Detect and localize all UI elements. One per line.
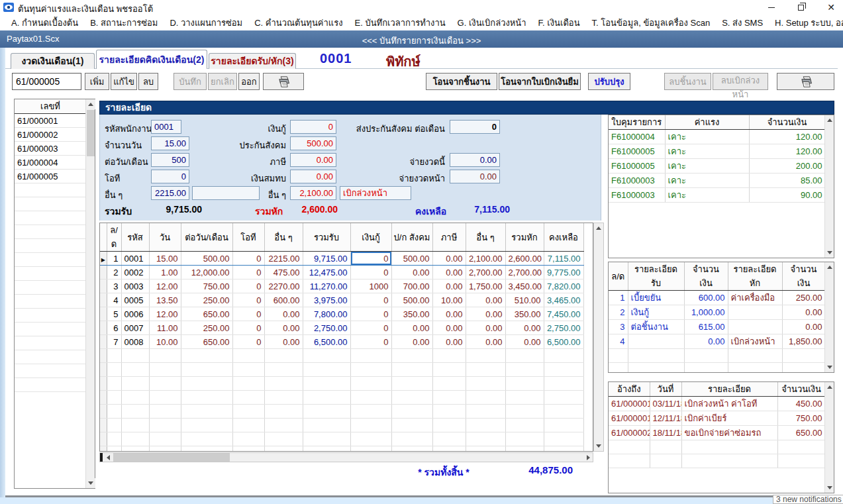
social-field[interactable]: 500.00 <box>290 136 336 150</box>
doc-number-input[interactable] <box>12 73 81 90</box>
menu-item[interactable]: F. เงินเดือน <box>532 16 586 30</box>
scroll-up-icon[interactable] <box>594 223 603 233</box>
scroll-thumb[interactable] <box>87 110 95 156</box>
rate-field[interactable]: 500 <box>151 153 189 167</box>
list-item[interactable] <box>15 336 87 350</box>
list-item[interactable]: 61/000005 <box>15 170 87 183</box>
table-row[interactable]: 3 ต่อชิ้นงาน 615.00 0.00 <box>609 320 825 334</box>
menu-item[interactable]: D. วางแผนการซ่อม <box>164 16 248 30</box>
table-row[interactable] <box>100 446 583 452</box>
scroll-down-icon[interactable] <box>86 478 95 488</box>
list-item[interactable] <box>15 239 87 253</box>
table-row[interactable] <box>100 419 583 432</box>
pay-this-period-field[interactable]: 0.00 <box>450 153 500 167</box>
table-row[interactable]: 2 เงินกู้ 1,000.00 0.00 <box>609 305 825 320</box>
table-row[interactable] <box>100 405 583 419</box>
transfer-from-job-button[interactable]: โอนจากชิ้นงาน <box>426 73 497 90</box>
list-item[interactable] <box>15 211 87 225</box>
list-item[interactable]: 61/000003 <box>15 142 87 156</box>
print-button-2[interactable] <box>777 73 834 90</box>
tax-field[interactable]: 0.00 <box>290 153 336 167</box>
table-row[interactable]: 4 0005 13.50 250.00 0 600.00 3,975.00 0 … <box>100 293 583 307</box>
table-row[interactable]: F61000005 เคาะ 120.00 <box>609 144 825 159</box>
scroll-thumb[interactable] <box>113 453 230 462</box>
list-item[interactable] <box>15 197 87 211</box>
scroll-down-icon[interactable] <box>825 483 834 493</box>
splitter-handle[interactable] <box>100 453 103 462</box>
table-row[interactable]: 61/000001 12/11/18 เบิกค่าเบียร์ 750.00 <box>609 411 825 426</box>
other-income-field[interactable]: 2215.00 <box>151 186 189 200</box>
advance-panel-scrollbar[interactable] <box>824 382 834 493</box>
doc-list-scrollbar[interactable] <box>85 99 95 488</box>
table-row[interactable]: 7 0008 10.00 650.00 0 0.00 6,500.00 0 0.… <box>100 335 583 349</box>
scroll-down-icon[interactable] <box>594 441 603 451</box>
list-item[interactable] <box>15 350 87 364</box>
table-row[interactable] <box>100 349 583 363</box>
scroll-up-icon[interactable] <box>825 115 834 125</box>
close-button[interactable]: ✕ <box>820 0 842 15</box>
days-field[interactable]: 15.00 <box>151 136 189 150</box>
table-row[interactable]: F61000005 เคาะ 200.00 <box>609 159 825 174</box>
list-item[interactable]: 61/000004 <box>15 156 87 170</box>
table-row[interactable]: 1 เบี้ยขยัน 600.00 ค่าเครื่องมือ 250.00 <box>609 291 825 305</box>
table-row[interactable]: 3 0003 12.00 750.00 0 2270.00 11,270.00 … <box>100 279 583 293</box>
table-row[interactable] <box>100 363 583 377</box>
scroll-down-icon[interactable] <box>825 362 834 372</box>
table-row[interactable]: 5 0006 12.00 650.00 0 0.00 7,800.00 0 35… <box>100 307 583 321</box>
print-button-1[interactable] <box>263 73 304 90</box>
list-item[interactable] <box>15 253 87 267</box>
scroll-right-icon[interactable] <box>583 453 593 462</box>
scroll-left-icon[interactable] <box>103 453 113 462</box>
table-row[interactable] <box>609 349 825 363</box>
list-item[interactable] <box>15 281 87 295</box>
recded-panel-scrollbar[interactable] <box>824 262 834 372</box>
table-row[interactable] <box>100 432 583 446</box>
tab-receive-deduct[interactable]: รายละเอียดรับ/หัก(3) <box>209 53 296 69</box>
table-row[interactable]: 61/000002 18/11/18 ขอเบิกจ่ายค่าซ่อมรถ 6… <box>609 426 825 440</box>
loan-field[interactable]: 0 <box>290 120 336 134</box>
table-row[interactable]: F61000004 เคาะ 120.00 <box>609 130 825 144</box>
transfer-from-loan-button[interactable]: โอนจากใบเบิกเงินยืม <box>499 73 581 90</box>
table-row[interactable] <box>100 377 583 391</box>
table-row[interactable] <box>609 454 825 468</box>
other-deduct-note-field[interactable]: เบิกล่วงหน้า <box>340 186 411 200</box>
scroll-up-icon[interactable] <box>825 382 834 392</box>
table-row[interactable] <box>100 391 583 405</box>
other-deduct-field[interactable]: 2,100.00 <box>290 186 336 200</box>
list-item[interactable] <box>15 295 87 309</box>
list-item[interactable] <box>15 267 87 281</box>
menu-item[interactable]: C. คำนวณต้นทุนค่าแรง <box>248 16 348 30</box>
exit-button[interactable]: ออก <box>238 73 260 90</box>
save-button[interactable]: บันทึก <box>174 73 207 90</box>
tab-salary-detail[interactable]: รายละเอียดคิดเงินเดือน(2) <box>96 50 207 69</box>
delete-advance-button[interactable]: ลบเบิกล่วงหน้า <box>713 73 768 90</box>
list-item[interactable]: 61/000001 <box>15 114 87 128</box>
notification-popup[interactable]: 3 new notifications <box>773 495 843 504</box>
table-row[interactable] <box>609 363 825 374</box>
delete-job-button[interactable]: ลบชิ้นงาน <box>664 73 711 90</box>
list-item[interactable] <box>15 309 87 323</box>
table-row[interactable]: 61/000001 03/11/18 เบิกล่วงหน้า ค่าโอที … <box>609 397 825 411</box>
tab-pay-period[interactable]: งวดเงินเดือน(1) <box>11 53 95 69</box>
list-item[interactable] <box>15 183 87 197</box>
menu-item[interactable]: E. บันทึกเวลาการทำงาน <box>349 16 452 30</box>
list-item[interactable] <box>15 378 87 392</box>
table-row[interactable]: 6 0007 11.00 250.00 0 0.00 2,750.00 0 0.… <box>100 321 583 335</box>
job-panel-scrollbar[interactable] <box>824 115 834 258</box>
menu-item[interactable]: B. สถานะการซ่อม <box>84 16 164 30</box>
grid-horizontal-scrollbar[interactable] <box>99 452 593 462</box>
menu-item[interactable]: H. Setup ระบบ, ออก <box>769 16 843 30</box>
list-item[interactable] <box>15 225 87 239</box>
edit-button[interactable]: แก้ไข <box>111 73 137 90</box>
minimize-button[interactable] <box>760 0 783 15</box>
pay-next-period-field[interactable]: 0.00 <box>450 170 500 183</box>
scroll-down-icon[interactable] <box>825 248 834 258</box>
update-button[interactable]: ปรับปรุง <box>588 73 630 90</box>
ot-field[interactable]: 0 <box>151 170 189 183</box>
emp-code-field[interactable]: 0001 <box>151 120 181 134</box>
social-monthly-field[interactable]: 0 <box>450 120 500 134</box>
table-row[interactable] <box>609 440 825 454</box>
list-item[interactable] <box>15 364 87 378</box>
menu-item[interactable]: G. เงินเบิกล่วงหน้า <box>452 16 532 30</box>
table-row[interactable]: F61000003 เคาะ 90.00 <box>609 188 825 203</box>
